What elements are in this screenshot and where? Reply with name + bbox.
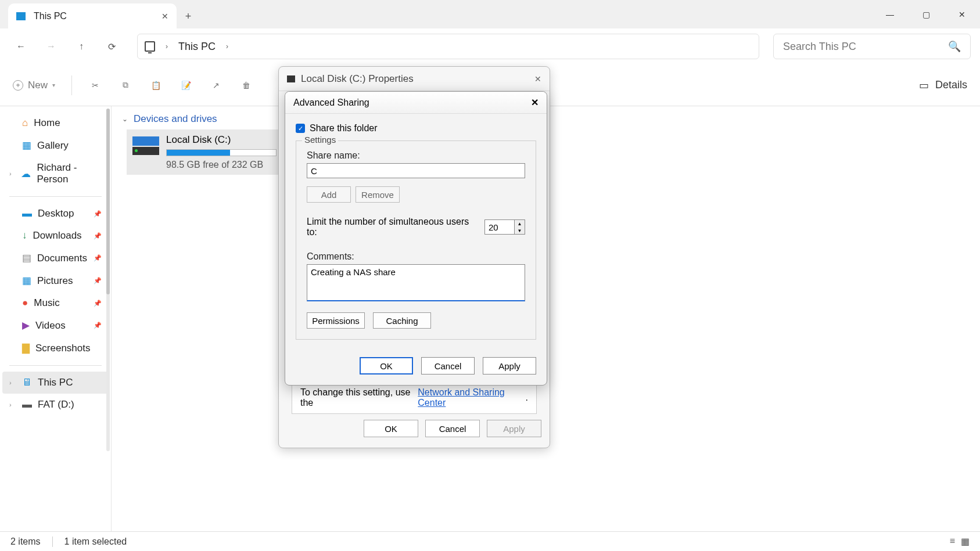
sidebar-item-music[interactable]: ●Music📌: [2, 292, 109, 314]
limit-input[interactable]: [485, 220, 514, 234]
new-button[interactable]: + New ▾: [13, 80, 55, 91]
advanced-sharing-footer: OK Cancel Apply: [285, 349, 547, 385]
ok-button[interactable]: OK: [360, 357, 413, 374]
sidebar-scrollbar[interactable]: [106, 109, 110, 451]
paste-icon[interactable]: 📋: [149, 78, 163, 92]
sidebar-item-this-pc[interactable]: ›🖥This PC: [2, 372, 109, 394]
cancel-button[interactable]: Cancel: [425, 420, 480, 437]
share-name-input[interactable]: [307, 163, 525, 178]
status-items: 2 items: [10, 536, 41, 547]
sidebar-label: Documents: [37, 253, 87, 264]
sidebar-item-profile[interactable]: ›☁Richard - Person: [2, 157, 109, 190]
rename-icon[interactable]: 📝: [179, 78, 193, 92]
status-bar: 2 items 1 item selected ≡ ▦: [0, 531, 980, 551]
sidebar-label: FAT (D:): [38, 399, 74, 410]
properties-titlebar[interactable]: Local Disk (C:) Properties ✕: [279, 67, 550, 91]
limit-row: Limit the number of simultaneous users t…: [307, 217, 525, 237]
pin-icon: 📌: [94, 322, 102, 329]
pin-icon: 📌: [94, 210, 102, 218]
minimize-button[interactable]: —: [872, 0, 908, 28]
sidebar-item-videos[interactable]: ▶Videos📌: [2, 314, 109, 337]
status-selected: 1 item selected: [64, 536, 127, 547]
ok-button[interactable]: OK: [364, 420, 418, 437]
tab-title: This PC: [34, 11, 153, 21]
window-controls: — ▢ ✕: [872, 0, 980, 28]
checkbox-checked-icon[interactable]: ✓: [296, 124, 305, 133]
close-icon[interactable]: ✕: [534, 74, 541, 84]
sidebar-item-desktop[interactable]: ▬Desktop📌: [2, 203, 109, 225]
hint-prefix: To change this setting, use the: [300, 387, 415, 408]
remove-button[interactable]: Remove: [356, 186, 400, 203]
up-button[interactable]: ↑: [70, 35, 93, 58]
permissions-button[interactable]: Permissions: [307, 312, 365, 329]
spinner-up-icon[interactable]: ▲: [515, 220, 525, 227]
forward-button[interactable]: →: [40, 35, 63, 58]
details-button[interactable]: ▭ Details: [919, 79, 967, 91]
network-sharing-center-link[interactable]: Network and Sharing Center: [418, 387, 525, 408]
sidebar-label: Music: [34, 297, 59, 309]
share-icon[interactable]: ↗: [209, 78, 223, 92]
tab-close-button[interactable]: ✕: [161, 12, 168, 21]
sidebar-item-gallery[interactable]: ▦Gallery: [2, 134, 109, 157]
plus-circle-icon: +: [13, 80, 23, 91]
toolbar-divider: [71, 75, 72, 95]
sidebar-label: Videos: [35, 320, 66, 332]
search-icon[interactable]: 🔍: [948, 40, 961, 53]
advanced-sharing-dialog: Advanced Sharing ✕ ✓ Share this folder S…: [285, 91, 547, 386]
cancel-button[interactable]: Cancel: [421, 357, 475, 374]
properties-buttons: OK Cancel Apply: [364, 420, 541, 437]
sidebar-label: Gallery: [37, 140, 69, 152]
maximize-button[interactable]: ▢: [908, 0, 944, 28]
sidebar-label: Downloads: [33, 230, 82, 242]
copy-icon[interactable]: ⧉: [119, 78, 132, 92]
permissions-caching-row: Permissions Caching: [307, 312, 525, 329]
spinner-down-icon[interactable]: ▼: [515, 227, 525, 234]
tab[interactable]: This PC ✕: [8, 3, 177, 28]
comments-input[interactable]: [307, 264, 525, 301]
address-bar[interactable]: › This PC ›: [137, 34, 759, 59]
sidebar-separator: [9, 365, 102, 366]
delete-icon[interactable]: 🗑: [239, 78, 253, 92]
spinner-buttons: ▲ ▼: [514, 220, 525, 234]
advanced-sharing-title: Advanced Sharing: [293, 98, 369, 108]
window-close-button[interactable]: ✕: [944, 0, 980, 28]
refresh-button[interactable]: ⟳: [100, 35, 123, 58]
breadcrumb-sep[interactable]: ›: [226, 42, 228, 51]
share-name-label: Share name:: [307, 150, 525, 161]
apply-button[interactable]: Apply: [483, 357, 536, 374]
back-button[interactable]: ←: [9, 35, 33, 58]
sidebar-label: Desktop: [38, 208, 74, 219]
search-placeholder: Search This PC: [783, 41, 856, 53]
details-icon: ▭: [919, 80, 929, 91]
limit-spinner[interactable]: ▲ ▼: [484, 219, 525, 235]
sidebar-item-home[interactable]: ⌂Home: [2, 112, 109, 134]
sidebar: ⌂Home ▦Gallery ›☁Richard - Person ▬Deskt…: [0, 106, 112, 531]
settings-fieldset: Settings Share name: Add Remove Limit th…: [296, 141, 536, 340]
share-folder-checkbox-row[interactable]: ✓ Share this folder: [296, 123, 536, 134]
advanced-sharing-titlebar[interactable]: Advanced Sharing ✕: [285, 92, 547, 114]
sidebar-item-pictures[interactable]: ▦Pictures📌: [2, 269, 109, 292]
pin-icon: 📌: [94, 300, 102, 307]
caching-button[interactable]: Caching: [373, 312, 431, 329]
sidebar-item-downloads[interactable]: ↓Downloads📌: [2, 225, 109, 247]
add-remove-row: Add Remove: [307, 186, 525, 203]
new-tab-button[interactable]: +: [177, 5, 200, 28]
sidebar-item-fat-d[interactable]: ›▬FAT (D:): [2, 394, 109, 416]
sidebar-label: Home: [34, 117, 60, 129]
search-input[interactable]: Search This PC 🔍: [773, 34, 971, 59]
pc-icon: [145, 41, 155, 52]
sidebar-item-screenshots[interactable]: ▇Screenshots: [2, 337, 109, 359]
cut-icon[interactable]: ✂: [88, 78, 102, 92]
grid-view-icon[interactable]: ▦: [961, 536, 970, 547]
list-view-icon[interactable]: ≡: [950, 536, 955, 547]
scrollbar-thumb[interactable]: [106, 109, 110, 294]
close-icon[interactable]: ✕: [531, 97, 539, 108]
comments-label: Comments:: [307, 251, 525, 262]
drive-icon: [132, 136, 159, 157]
chevron-down-icon: ⌄: [122, 115, 128, 123]
sidebar-item-documents[interactable]: ▤Documents📌: [2, 247, 109, 269]
monitor-icon: [16, 12, 26, 20]
apply-button[interactable]: Apply: [487, 420, 541, 437]
breadcrumb-location[interactable]: This PC: [178, 41, 216, 53]
add-button[interactable]: Add: [307, 186, 351, 203]
